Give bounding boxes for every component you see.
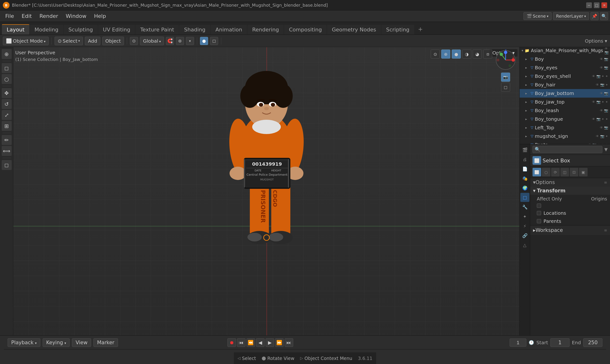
play-forward-button[interactable]: ▶ <box>265 338 274 347</box>
outliner-item-boy-eyes[interactable]: ▸ ▽ Boy_eyes 👁 📷 <box>520 63 610 72</box>
annotate-tool-button[interactable]: ✏ <box>2 135 12 145</box>
menu-help[interactable]: Help <box>91 12 110 20</box>
tab-compositing[interactable]: Compositing <box>284 25 327 35</box>
transform-subsection-header[interactable]: ▾ Transform <box>530 187 610 195</box>
select-box-type-button[interactable]: ⬜ <box>533 168 541 176</box>
measure-tool-button[interactable]: ⟺ <box>2 146 12 156</box>
jump-start-button[interactable]: ⏮ <box>237 338 246 347</box>
add-cube-button[interactable]: ◻ <box>2 160 12 170</box>
modifier-props-icon[interactable]: 🔧 <box>520 202 529 211</box>
workspace-menu-icon[interactable]: ≡ <box>604 228 607 233</box>
render-layer-selector[interactable]: RenderLayer ▾ <box>553 12 589 20</box>
play-reverse-button[interactable]: ◀ <box>256 338 264 347</box>
scale-tool-button[interactable]: ⤢ <box>2 110 12 120</box>
tab-sculpting[interactable]: Sculpting <box>64 25 98 35</box>
cursor-tool-button[interactable]: ⊕ <box>2 49 12 59</box>
tab-animation[interactable]: Animation <box>211 25 247 35</box>
pivot-point-button[interactable]: ⊙ <box>130 37 138 45</box>
tab-shading[interactable]: Shading <box>179 25 210 35</box>
options-button[interactable]: Options ▾ <box>585 38 607 44</box>
outliner-item-pants[interactable]: ▸ ▽ Pants 👁 📷 ✦ ✦ ✦ <box>520 141 610 144</box>
world-props-icon[interactable]: 🌍 <box>520 183 529 192</box>
mode-selector[interactable]: ⬜ Object Mode <box>3 37 49 45</box>
viewport-shading-wireframe[interactable]: ◻ <box>210 37 218 45</box>
step-back-button[interactable]: ⏪ <box>247 338 255 347</box>
data-icon[interactable]: △ <box>520 240 529 249</box>
scene-props-icon[interactable]: 🎭 <box>520 174 529 183</box>
viewlayer-props-icon[interactable]: 📄 <box>520 164 529 173</box>
properties-search-input[interactable] <box>533 146 602 153</box>
origins-checkbox[interactable] <box>537 204 541 208</box>
select-lasso-type-button[interactable]: ⟳ <box>551 168 560 176</box>
outliner-item-boy-jaw-top[interactable]: ▸ ▽ Boy_jaw_top 👁 📷 ✦ ✦ <box>520 98 610 106</box>
record-button[interactable]: ⏺ <box>227 338 236 347</box>
outliner-root-collection[interactable]: ▾ 📁 Asian_Male_Prisoner_with_Mugs 👁 📷 <box>520 46 610 55</box>
3d-viewport[interactable]: User Perspective (1) Scene Collection | … <box>13 47 519 345</box>
add-menu-button[interactable]: Add <box>85 37 100 45</box>
close-button[interactable]: ✕ <box>601 2 607 8</box>
jump-end-button[interactable]: ⏭ <box>285 338 293 347</box>
step-forward-button[interactable]: ⏩ <box>275 338 284 347</box>
proportional-size-button[interactable]: ▾ <box>186 37 194 45</box>
render-props-icon[interactable]: 🎬 <box>520 145 529 154</box>
tab-geometry-nodes[interactable]: Geometry Nodes <box>327 25 381 35</box>
viewport-shading-solid[interactable]: ● <box>200 37 208 45</box>
menu-file[interactable]: File <box>2 12 17 20</box>
end-frame-value[interactable]: 250 <box>583 338 602 347</box>
outliner-item-boy-tongue[interactable]: ▸ ▽ Boy_tongue 👁 📷 ✦ ✦ <box>520 115 610 123</box>
constraints-icon[interactable]: 🔗 <box>520 231 529 240</box>
select-circle-tool-button[interactable]: ○ <box>2 74 12 84</box>
outliner-item-boy-eyes-shell[interactable]: ▸ ▽ Boy_eyes_shell 👁 📷 ✦ ✦ <box>520 72 610 80</box>
select-mode6-button[interactable]: ▣ <box>579 168 588 176</box>
transform-tool-button[interactable]: ⊞ <box>2 121 12 131</box>
select-mode4-button[interactable]: ◫ <box>560 168 569 176</box>
viewport-render-shading-solid[interactable]: ● <box>452 50 461 59</box>
keying-menu-button[interactable]: Keying <box>43 338 70 347</box>
pin-button[interactable]: 📌 <box>590 12 598 20</box>
start-frame-value[interactable]: 1 <box>550 338 569 347</box>
search-button[interactable]: 🔍 <box>600 12 608 20</box>
maximize-button[interactable]: □ <box>594 2 599 8</box>
viewport-render-shading-render[interactable]: ◕ <box>473 50 482 59</box>
object-props-icon[interactable]: □ <box>520 193 529 202</box>
outliner-item-mugshot-sign[interactable]: ▸ ▽ mugshot_sign 👁 📷 ✦ <box>520 132 610 141</box>
tab-rendering[interactable]: Rendering <box>248 25 284 35</box>
particles-icon[interactable]: ✦ <box>520 212 529 221</box>
timeline-view-button[interactable]: View <box>72 338 91 347</box>
rotate-tool-button[interactable]: ↺ <box>2 99 12 109</box>
tab-uv-editing[interactable]: UV Editing <box>98 25 135 35</box>
outliner-item-left-top[interactable]: ▸ ▽ Left_Top 👁 📷 <box>520 123 610 132</box>
viewport-render-shading-material[interactable]: ◑ <box>462 50 471 59</box>
tab-texture-paint[interactable]: Texture Paint <box>135 25 179 35</box>
view-camera-button[interactable]: 📷 <box>501 73 510 82</box>
parents-checkbox[interactable] <box>537 219 541 223</box>
axis-gizmo[interactable]: X Y Z <box>495 50 516 70</box>
viewport-overlay-toggle[interactable]: ⊙ <box>431 50 440 59</box>
tab-modeling[interactable]: Modeling <box>30 25 63 35</box>
current-frame-input[interactable] <box>510 338 526 347</box>
outliner-item-boy[interactable]: ▸ ▽ Boy 👁 📷 <box>520 55 610 63</box>
scene-selector[interactable]: 🎬 Select Scene ▾ <box>524 12 552 20</box>
options-menu-icon[interactable]: ≡ <box>604 180 607 185</box>
props-filter-button[interactable]: ▼ <box>604 147 608 152</box>
proportional-edit-button[interactable]: ⊚ <box>176 37 184 45</box>
outliner-item-boy-hair[interactable]: ▸ ▽ Boy_hair 👁 📷 ✦ <box>520 80 610 89</box>
global-orientation[interactable]: Global <box>140 37 164 45</box>
viewport-render-shading-wire[interactable]: ⧈ <box>483 50 492 59</box>
marker-menu-button[interactable]: Marker <box>94 338 118 347</box>
menu-window[interactable]: Window <box>62 12 90 20</box>
outliner-item-boy-jaw-bottom[interactable]: ▸ ▽ Boy_Jaw_bottom 👁 📷 <box>520 89 610 98</box>
add-workspace-button[interactable]: + <box>415 24 426 35</box>
select-circle-type-button[interactable]: ○ <box>542 168 550 176</box>
snap-button[interactable]: 🧲 <box>166 37 174 45</box>
viewport-shading-select[interactable]: ⊙ Select ▾ <box>55 37 83 45</box>
viewport-gizmo-toggle[interactable]: ⊕ <box>441 50 450 59</box>
physics-icon[interactable]: ⚡ <box>520 221 529 231</box>
locations-checkbox[interactable] <box>537 211 541 215</box>
outliner-item-boy-leash[interactable]: ▸ ▽ Boy_leash 👁 📷 <box>520 106 610 115</box>
menu-edit[interactable]: Edit <box>18 12 35 20</box>
view-perspective-button[interactable]: □ <box>501 83 510 92</box>
tab-scripting[interactable]: Scripting <box>381 25 414 35</box>
select-mode5-button[interactable]: ⊡ <box>570 168 578 176</box>
select-box-tool-button[interactable]: ◻ <box>2 63 12 73</box>
